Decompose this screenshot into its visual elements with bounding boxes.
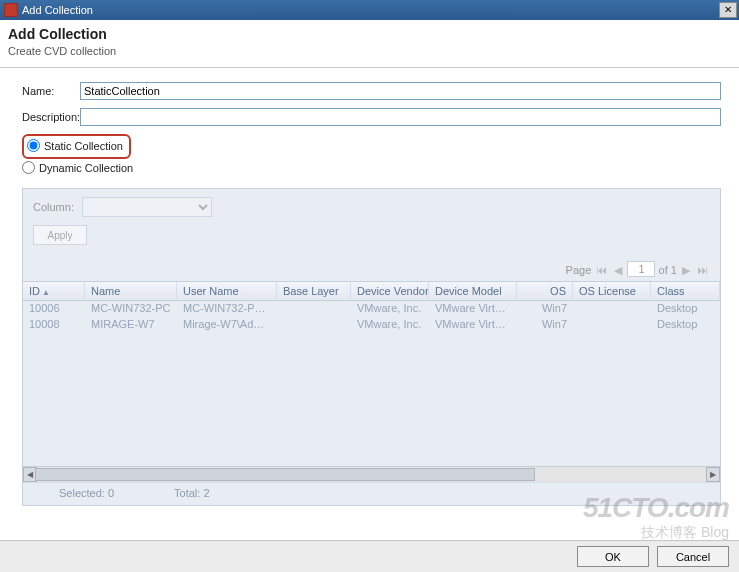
- horizontal-scrollbar[interactable]: ◀ ▶: [23, 466, 720, 482]
- dynamic-radio[interactable]: [22, 161, 35, 174]
- apply-button[interactable]: Apply: [33, 225, 87, 245]
- ok-button[interactable]: OK: [577, 546, 649, 567]
- column-label: Column:: [33, 201, 74, 213]
- page-subtitle: Create CVD collection: [8, 45, 731, 57]
- dynamic-radio-label[interactable]: Dynamic Collection: [22, 161, 133, 174]
- data-grid: ID▲ Name User Name Base Layer Device Ven…: [23, 281, 720, 505]
- table-row[interactable]: 10008 MIRAGE-W7 Mirage-W7\Admini... VMwa…: [23, 317, 720, 333]
- form-area: Name: Description: Static Collection Dyn…: [0, 68, 739, 182]
- static-highlight: Static Collection: [22, 134, 131, 159]
- col-os[interactable]: OS: [517, 282, 573, 300]
- description-field[interactable]: [80, 108, 721, 126]
- selected-count: Selected: 0: [59, 487, 114, 499]
- column-select[interactable]: [82, 197, 212, 217]
- first-page-icon[interactable]: ⏮: [594, 264, 609, 276]
- window-title: Add Collection: [22, 4, 93, 16]
- col-id[interactable]: ID▲: [23, 282, 85, 300]
- grid-body: 10006 MC-WIN732-PC MC-WIN732-PC\M... VMw…: [23, 301, 720, 466]
- page-label: Page: [566, 264, 592, 276]
- static-radio-label[interactable]: Static Collection: [27, 139, 123, 152]
- prev-page-icon[interactable]: ◀: [612, 264, 624, 276]
- dialog-header: Add Collection Create CVD collection: [0, 20, 739, 68]
- col-device-vendor[interactable]: Device Vendor: [351, 282, 429, 300]
- close-icon[interactable]: ✕: [719, 2, 737, 18]
- static-radio[interactable]: [27, 139, 40, 152]
- sort-asc-icon: ▲: [42, 288, 50, 297]
- last-page-icon[interactable]: ⏭: [695, 264, 710, 276]
- titlebar: Add Collection ✕: [0, 0, 739, 20]
- status-bar: Selected: 0 Total: 2: [23, 482, 720, 505]
- name-label: Name:: [22, 85, 80, 97]
- grid-panel: Column: Apply Page ⏮ ◀ of 1 ▶ ⏭ ID▲ Name…: [22, 188, 721, 506]
- total-count: Total: 2: [174, 487, 209, 499]
- scroll-right-icon[interactable]: ▶: [706, 467, 720, 482]
- scroll-thumb[interactable]: [35, 468, 535, 481]
- col-class[interactable]: Class: [651, 282, 720, 300]
- col-base[interactable]: Base Layer: [277, 282, 351, 300]
- cancel-button[interactable]: Cancel: [657, 546, 729, 567]
- dialog-footer: OK Cancel: [0, 540, 739, 572]
- page-input[interactable]: [627, 261, 655, 277]
- grid-header: ID▲ Name User Name Base Layer Device Ven…: [23, 281, 720, 301]
- next-page-icon[interactable]: ▶: [680, 264, 692, 276]
- page-of-label: of 1: [659, 264, 677, 276]
- description-label: Description:: [22, 111, 80, 123]
- pager: Page ⏮ ◀ of 1 ▶ ⏭: [23, 255, 720, 281]
- col-device-model[interactable]: Device Model: [429, 282, 517, 300]
- col-os-license[interactable]: OS License: [573, 282, 651, 300]
- col-name[interactable]: Name: [85, 282, 177, 300]
- page-title: Add Collection: [8, 26, 731, 42]
- col-user[interactable]: User Name: [177, 282, 277, 300]
- table-row[interactable]: 10006 MC-WIN732-PC MC-WIN732-PC\M... VMw…: [23, 301, 720, 317]
- name-field[interactable]: [80, 82, 721, 100]
- app-icon: [4, 3, 18, 17]
- filter-row: Column:: [23, 189, 720, 225]
